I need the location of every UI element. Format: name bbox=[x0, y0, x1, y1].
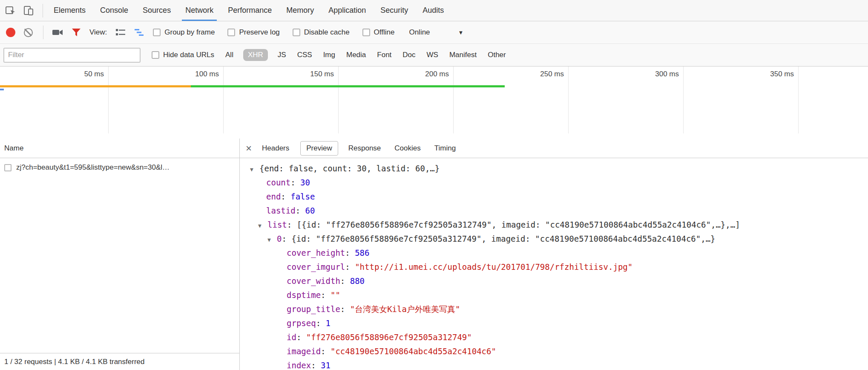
json-token-k: id bbox=[287, 332, 296, 342]
detail-tabbar: × HeadersPreviewResponseCookiesTiming bbox=[240, 139, 868, 158]
large-rows-icon[interactable] bbox=[115, 28, 126, 37]
timeline-gridline bbox=[223, 66, 224, 133]
view-label: View: bbox=[89, 28, 107, 37]
json-token-s: "" bbox=[331, 290, 340, 300]
checkbox-label: Offline bbox=[374, 28, 395, 37]
json-token-p: : bbox=[340, 304, 350, 314]
filter-type-ws[interactable]: WS bbox=[427, 51, 438, 59]
checkbox-box[interactable] bbox=[293, 29, 300, 36]
tab-console[interactable]: Console bbox=[93, 0, 135, 21]
panel-tabs: ElementsConsoleSourcesNetworkPerformance… bbox=[46, 0, 451, 21]
json-token-p: : bbox=[281, 192, 290, 201]
detail-tab-headers[interactable]: Headers bbox=[259, 142, 292, 155]
disclosure-triangle-icon[interactable]: ▼ bbox=[250, 162, 259, 176]
preview-line: ▼0: {id: "ff276e8056f58896e7cf92505a3127… bbox=[240, 232, 868, 246]
tab-performance[interactable]: Performance bbox=[221, 0, 279, 21]
detail-tab-response[interactable]: Response bbox=[346, 142, 384, 155]
timeline-label: 50 ms bbox=[40, 70, 104, 78]
network-overview[interactable]: 50 ms100 ms150 ms200 ms250 ms300 ms350 m… bbox=[0, 66, 868, 133]
overview-bar-orange bbox=[0, 85, 191, 87]
filter-type-js[interactable]: JS bbox=[278, 51, 286, 59]
detail-tab-timing[interactable]: Timing bbox=[432, 142, 458, 155]
tab-memory[interactable]: Memory bbox=[279, 0, 321, 21]
filter-input[interactable] bbox=[3, 48, 141, 63]
json-token-k: imageid bbox=[287, 347, 321, 356]
json-token-s: "http://i1.umei.cc/uploads/tu/201701/798… bbox=[355, 262, 632, 272]
filter-type-other[interactable]: Other bbox=[488, 51, 506, 59]
checkbox-box[interactable] bbox=[153, 29, 161, 36]
checkbox-box[interactable] bbox=[152, 51, 159, 59]
checkbox-disable-cache[interactable]: Disable cache bbox=[293, 28, 350, 37]
filter-type-doc[interactable]: Doc bbox=[402, 51, 415, 59]
device-toolbar-icon[interactable] bbox=[23, 5, 34, 16]
record-button[interactable] bbox=[6, 28, 15, 37]
network-toolbar: View: Group by framePreserve logDisable … bbox=[0, 21, 868, 44]
tab-network[interactable]: Network bbox=[178, 0, 221, 21]
disclosure-triangle-icon[interactable]: ▼ bbox=[267, 233, 277, 247]
timeline-gridline bbox=[338, 66, 339, 133]
json-token-p: : bbox=[316, 318, 326, 328]
json-token-s: "cc48190e57100864abc4d55a2c4104c6" bbox=[331, 347, 496, 356]
request-row[interactable]: zj?ch=beauty&t1=595&listtype=new&sn=30&l… bbox=[0, 158, 239, 177]
filter-type-manifest[interactable]: Manifest bbox=[449, 51, 477, 59]
column-header-name[interactable]: Name bbox=[0, 139, 239, 158]
checkbox-box[interactable] bbox=[362, 29, 370, 36]
detail-tab-cookies[interactable]: Cookies bbox=[392, 142, 423, 155]
overview-bar-green bbox=[191, 85, 505, 87]
network-main: Name zj?ch=beauty&t1=595&listtype=new&sn… bbox=[0, 139, 868, 370]
filter-type-media[interactable]: Media bbox=[346, 51, 366, 59]
checkbox-hide-data-urls[interactable]: Hide data URLs bbox=[152, 51, 214, 59]
requests-list: zj?ch=beauty&t1=595&listtype=new&sn=30&l… bbox=[0, 158, 239, 177]
tab-sources[interactable]: Sources bbox=[135, 0, 178, 21]
overview-request-tick bbox=[0, 89, 4, 90]
filter-funnel-icon[interactable] bbox=[72, 28, 81, 37]
request-detail-panel: × HeadersPreviewResponseCookiesTiming ▼{… bbox=[240, 139, 868, 370]
json-token-k: grpseq bbox=[287, 318, 316, 328]
tabbar-tools bbox=[0, 0, 46, 21]
checkbox-box[interactable] bbox=[227, 29, 235, 36]
timeline-gridline bbox=[683, 66, 684, 133]
devtools-tabbar: ElementsConsoleSourcesNetworkPerformance… bbox=[0, 0, 868, 21]
checkbox-label: Preserve log bbox=[239, 28, 279, 37]
filter-type-css[interactable]: CSS bbox=[297, 51, 312, 59]
checkbox-label: Hide data URLs bbox=[163, 51, 214, 59]
tab-elements[interactable]: Elements bbox=[46, 0, 93, 21]
checkbox-group-by-frame[interactable]: Group by frame bbox=[153, 28, 215, 37]
inspect-element-icon[interactable] bbox=[5, 5, 16, 16]
timeline-label: 350 ms bbox=[730, 70, 794, 78]
timeline-label: 250 ms bbox=[500, 70, 564, 78]
json-token-k: dsptime bbox=[287, 290, 321, 300]
tab-security[interactable]: Security bbox=[373, 0, 415, 21]
tab-audits[interactable]: Audits bbox=[415, 0, 451, 21]
checkbox-label: Group by frame bbox=[164, 28, 215, 37]
json-token-p: : {id: "ff276e8056f58896e7cf92505a312749… bbox=[282, 234, 715, 243]
throttling-select[interactable]: Online bbox=[409, 28, 430, 37]
show-overview-icon[interactable] bbox=[134, 28, 144, 37]
checkbox-preserve-log[interactable]: Preserve log bbox=[227, 28, 279, 37]
status-bar: 1 / 32 requests | 4.1 KB / 4.1 KB transf… bbox=[0, 353, 239, 370]
preview-line: grpseq: 1 bbox=[240, 316, 868, 330]
preview-line: cover_imgurl: "http://i1.umei.cc/uploads… bbox=[240, 260, 868, 274]
preview-line: count: 30 bbox=[240, 176, 868, 190]
preview-line: cover_width: 880 bbox=[240, 274, 868, 288]
clear-icon[interactable] bbox=[24, 28, 33, 37]
file-icon bbox=[4, 164, 11, 171]
preview-line: imageid: "cc48190e57100864abc4d55a2c4104… bbox=[240, 344, 868, 358]
filter-type-xhr[interactable]: XHR bbox=[243, 49, 268, 61]
json-token-n: 1 bbox=[326, 318, 331, 328]
json-token-p: : [{id: "ff276e8056f58896e7cf92505a31274… bbox=[287, 220, 740, 229]
json-token-p: : bbox=[296, 332, 306, 342]
chevron-down-icon[interactable]: ▼ bbox=[458, 29, 464, 36]
detail-tab-preview[interactable]: Preview bbox=[300, 141, 338, 156]
json-token-p: : bbox=[296, 206, 305, 215]
capture-screenshots-icon[interactable] bbox=[52, 28, 63, 37]
filter-type-font[interactable]: Font bbox=[377, 51, 391, 59]
filter-type-all[interactable]: All bbox=[225, 51, 233, 59]
disclosure-triangle-icon[interactable]: ▼ bbox=[258, 219, 267, 233]
filter-type-img[interactable]: Img bbox=[323, 51, 335, 59]
toolbar-divider bbox=[43, 26, 43, 39]
json-token-p: : bbox=[290, 178, 300, 187]
checkbox-offline[interactable]: Offline bbox=[362, 28, 395, 37]
tab-application[interactable]: Application bbox=[321, 0, 373, 21]
close-icon[interactable]: × bbox=[246, 143, 252, 153]
